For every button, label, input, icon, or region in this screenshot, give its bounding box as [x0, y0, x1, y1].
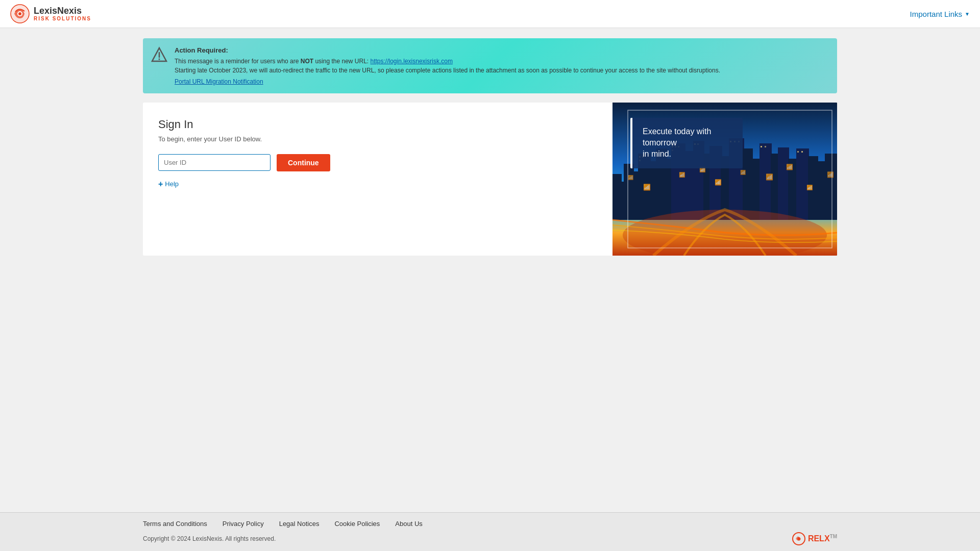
svg-rect-32: [825, 154, 837, 220]
logo-name: LexisNexis: [34, 6, 91, 16]
svg-rect-45: [761, 146, 762, 147]
svg-text:📶: 📶: [827, 171, 834, 178]
signin-subtitle: To begin, enter your User ID below.: [158, 135, 597, 143]
svg-rect-48: [801, 151, 803, 153]
svg-rect-27: [778, 147, 789, 220]
help-link[interactable]: + Help: [158, 180, 597, 189]
relx-logo: RELXTM: [792, 532, 837, 546]
relx-tm: TM: [830, 534, 837, 539]
svg-text:📶: 📶: [679, 171, 685, 178]
alert-line2: Starting late October 2023, we will auto…: [175, 67, 720, 74]
alert-line1b: using the new URL:: [313, 58, 370, 65]
tagline-line2: in mind.: [643, 149, 671, 158]
alert-url-link[interactable]: https://login.lexisnexisrisk.com: [371, 58, 453, 65]
svg-text:📶: 📶: [786, 163, 793, 170]
signin-title: Sign In: [158, 118, 597, 131]
tagline-line1: Execute today with tomorrow: [643, 127, 711, 147]
continue-button[interactable]: Continue: [277, 154, 330, 171]
svg-text:📶: 📶: [766, 173, 773, 181]
alert-not: NOT: [301, 58, 313, 65]
svg-rect-29: [796, 148, 809, 220]
important-links-button[interactable]: Important Links ▼: [910, 10, 970, 18]
footer-link-about[interactable]: About Us: [395, 520, 422, 528]
help-label: Help: [165, 180, 179, 188]
logo-container: LexisNexis RISK SOLUTIONS: [10, 4, 91, 23]
relx-text: RELXTM: [808, 534, 837, 543]
svg-rect-46: [765, 146, 766, 147]
footer: Terms and Conditions Privacy Policy Lega…: [0, 512, 980, 551]
chevron-down-icon: ▼: [965, 11, 970, 17]
alert-migration-link[interactable]: Portal URL Migration Notification: [175, 77, 829, 86]
tagline-box: Execute today with tomorrow in mind.: [630, 118, 743, 168]
footer-link-cookies[interactable]: Cookie Policies: [334, 520, 380, 528]
header: LexisNexis RISK SOLUTIONS Important Link…: [0, 0, 980, 28]
svg-point-62: [797, 537, 800, 540]
svg-text:📶: 📶: [806, 184, 813, 191]
svg-text:📶: 📶: [740, 169, 746, 176]
login-form-section: Sign In To begin, enter your User ID bel…: [143, 103, 612, 256]
city-background: 📶 📶 📶 📶 📶 📶 📶 📶 📶 📶 Execute today with: [612, 103, 837, 256]
alert-warning-icon: [151, 46, 167, 63]
login-image-section: 📶 📶 📶 📶 📶 📶 📶 📶 📶 📶 Execute today with: [612, 103, 837, 256]
svg-rect-31: [817, 161, 826, 220]
svg-rect-47: [797, 151, 799, 153]
alert-line1: This message is a reminder for users who…: [175, 58, 301, 65]
input-group: Continue: [158, 154, 597, 171]
svg-rect-26: [771, 154, 779, 220]
copyright-text: Copyright © 2024 LexisNexis. All rights …: [143, 535, 276, 542]
logo-text: LexisNexis RISK SOLUTIONS: [34, 6, 91, 22]
footer-link-terms[interactable]: Terms and Conditions: [143, 520, 207, 528]
svg-point-6: [159, 59, 160, 60]
footer-links: Terms and Conditions Privacy Policy Lega…: [143, 520, 837, 528]
main-content: Action Required: This message is a remin…: [0, 28, 980, 389]
svg-point-3: [18, 12, 21, 15]
user-id-input[interactable]: [158, 154, 271, 171]
svg-text:📶: 📶: [643, 183, 651, 191]
svg-rect-25: [760, 143, 772, 220]
svg-text:📶: 📶: [628, 174, 634, 181]
alert-title: Action Required:: [175, 45, 829, 56]
alert-content: Action Required: This message is a remin…: [175, 45, 829, 86]
svg-text:📶: 📶: [715, 179, 722, 186]
footer-link-privacy[interactable]: Privacy Policy: [223, 520, 264, 528]
important-links-label: Important Links: [910, 10, 963, 18]
footer-link-legal[interactable]: Legal Notices: [279, 520, 320, 528]
relx-icon: [792, 532, 806, 546]
lexisnexis-logo-icon: [10, 4, 30, 23]
login-panel: Sign In To begin, enter your User ID bel…: [143, 103, 837, 256]
help-plus-icon: +: [158, 180, 163, 189]
alert-banner: Action Required: This message is a remin…: [143, 38, 837, 93]
logo-tagline: RISK SOLUTIONS: [34, 16, 91, 21]
footer-bottom: Copyright © 2024 LexisNexis. All rights …: [143, 532, 837, 546]
